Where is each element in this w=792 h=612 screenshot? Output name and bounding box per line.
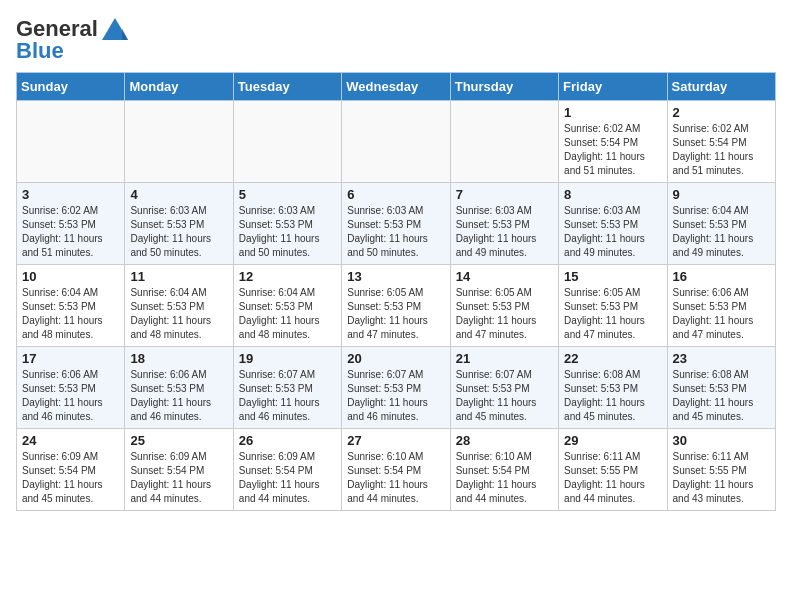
day-number: 12 <box>239 269 336 284</box>
calendar-cell: 4Sunrise: 6:03 AM Sunset: 5:53 PM Daylig… <box>125 183 233 265</box>
day-number: 23 <box>673 351 770 366</box>
day-number: 10 <box>22 269 119 284</box>
day-info: Sunrise: 6:03 AM Sunset: 5:53 PM Dayligh… <box>347 204 444 260</box>
calendar-cell: 28Sunrise: 6:10 AM Sunset: 5:54 PM Dayli… <box>450 429 558 511</box>
day-info: Sunrise: 6:10 AM Sunset: 5:54 PM Dayligh… <box>347 450 444 506</box>
day-info: Sunrise: 6:09 AM Sunset: 5:54 PM Dayligh… <box>22 450 119 506</box>
day-number: 6 <box>347 187 444 202</box>
day-number: 25 <box>130 433 227 448</box>
calendar-cell: 16Sunrise: 6:06 AM Sunset: 5:53 PM Dayli… <box>667 265 775 347</box>
weekday-thursday: Thursday <box>450 73 558 101</box>
calendar-cell: 5Sunrise: 6:03 AM Sunset: 5:53 PM Daylig… <box>233 183 341 265</box>
day-info: Sunrise: 6:03 AM Sunset: 5:53 PM Dayligh… <box>239 204 336 260</box>
calendar-cell: 7Sunrise: 6:03 AM Sunset: 5:53 PM Daylig… <box>450 183 558 265</box>
calendar-cell <box>450 101 558 183</box>
calendar-cell: 6Sunrise: 6:03 AM Sunset: 5:53 PM Daylig… <box>342 183 450 265</box>
day-number: 17 <box>22 351 119 366</box>
day-info: Sunrise: 6:08 AM Sunset: 5:53 PM Dayligh… <box>564 368 661 424</box>
day-number: 5 <box>239 187 336 202</box>
week-row-5: 24Sunrise: 6:09 AM Sunset: 5:54 PM Dayli… <box>17 429 776 511</box>
day-info: Sunrise: 6:03 AM Sunset: 5:53 PM Dayligh… <box>130 204 227 260</box>
calendar-cell: 19Sunrise: 6:07 AM Sunset: 5:53 PM Dayli… <box>233 347 341 429</box>
calendar-cell <box>125 101 233 183</box>
calendar-cell: 1Sunrise: 6:02 AM Sunset: 5:54 PM Daylig… <box>559 101 667 183</box>
day-number: 15 <box>564 269 661 284</box>
calendar-cell: 9Sunrise: 6:04 AM Sunset: 5:53 PM Daylig… <box>667 183 775 265</box>
calendar-cell: 8Sunrise: 6:03 AM Sunset: 5:53 PM Daylig… <box>559 183 667 265</box>
day-number: 2 <box>673 105 770 120</box>
day-number: 7 <box>456 187 553 202</box>
day-info: Sunrise: 6:02 AM Sunset: 5:54 PM Dayligh… <box>564 122 661 178</box>
logo-blue-text: Blue <box>16 38 64 64</box>
calendar-cell: 2Sunrise: 6:02 AM Sunset: 5:54 PM Daylig… <box>667 101 775 183</box>
day-number: 16 <box>673 269 770 284</box>
week-row-4: 17Sunrise: 6:06 AM Sunset: 5:53 PM Dayli… <box>17 347 776 429</box>
calendar-cell: 15Sunrise: 6:05 AM Sunset: 5:53 PM Dayli… <box>559 265 667 347</box>
calendar-cell: 27Sunrise: 6:10 AM Sunset: 5:54 PM Dayli… <box>342 429 450 511</box>
calendar-cell: 14Sunrise: 6:05 AM Sunset: 5:53 PM Dayli… <box>450 265 558 347</box>
day-info: Sunrise: 6:04 AM Sunset: 5:53 PM Dayligh… <box>673 204 770 260</box>
weekday-friday: Friday <box>559 73 667 101</box>
calendar-cell: 20Sunrise: 6:07 AM Sunset: 5:53 PM Dayli… <box>342 347 450 429</box>
weekday-saturday: Saturday <box>667 73 775 101</box>
day-number: 9 <box>673 187 770 202</box>
day-number: 28 <box>456 433 553 448</box>
calendar-cell <box>233 101 341 183</box>
day-info: Sunrise: 6:07 AM Sunset: 5:53 PM Dayligh… <box>239 368 336 424</box>
calendar-cell: 23Sunrise: 6:08 AM Sunset: 5:53 PM Dayli… <box>667 347 775 429</box>
week-row-1: 1Sunrise: 6:02 AM Sunset: 5:54 PM Daylig… <box>17 101 776 183</box>
calendar-cell: 11Sunrise: 6:04 AM Sunset: 5:53 PM Dayli… <box>125 265 233 347</box>
logo-icon <box>100 16 130 42</box>
day-info: Sunrise: 6:02 AM Sunset: 5:53 PM Dayligh… <box>22 204 119 260</box>
calendar-cell: 29Sunrise: 6:11 AM Sunset: 5:55 PM Dayli… <box>559 429 667 511</box>
day-number: 4 <box>130 187 227 202</box>
day-number: 14 <box>456 269 553 284</box>
day-info: Sunrise: 6:05 AM Sunset: 5:53 PM Dayligh… <box>564 286 661 342</box>
day-info: Sunrise: 6:07 AM Sunset: 5:53 PM Dayligh… <box>456 368 553 424</box>
day-info: Sunrise: 6:03 AM Sunset: 5:53 PM Dayligh… <box>456 204 553 260</box>
day-info: Sunrise: 6:09 AM Sunset: 5:54 PM Dayligh… <box>239 450 336 506</box>
day-number: 8 <box>564 187 661 202</box>
day-number: 20 <box>347 351 444 366</box>
weekday-wednesday: Wednesday <box>342 73 450 101</box>
day-info: Sunrise: 6:06 AM Sunset: 5:53 PM Dayligh… <box>130 368 227 424</box>
day-number: 19 <box>239 351 336 366</box>
day-info: Sunrise: 6:09 AM Sunset: 5:54 PM Dayligh… <box>130 450 227 506</box>
calendar-cell: 26Sunrise: 6:09 AM Sunset: 5:54 PM Dayli… <box>233 429 341 511</box>
page: General Blue SundayMondayTuesdayWednesda… <box>0 0 792 527</box>
day-info: Sunrise: 6:04 AM Sunset: 5:53 PM Dayligh… <box>22 286 119 342</box>
header: General Blue <box>16 16 776 64</box>
day-info: Sunrise: 6:08 AM Sunset: 5:53 PM Dayligh… <box>673 368 770 424</box>
weekday-sunday: Sunday <box>17 73 125 101</box>
calendar-cell: 12Sunrise: 6:04 AM Sunset: 5:53 PM Dayli… <box>233 265 341 347</box>
day-info: Sunrise: 6:02 AM Sunset: 5:54 PM Dayligh… <box>673 122 770 178</box>
day-number: 3 <box>22 187 119 202</box>
day-number: 18 <box>130 351 227 366</box>
calendar-cell: 18Sunrise: 6:06 AM Sunset: 5:53 PM Dayli… <box>125 347 233 429</box>
day-info: Sunrise: 6:05 AM Sunset: 5:53 PM Dayligh… <box>456 286 553 342</box>
day-info: Sunrise: 6:10 AM Sunset: 5:54 PM Dayligh… <box>456 450 553 506</box>
calendar: SundayMondayTuesdayWednesdayThursdayFrid… <box>16 72 776 511</box>
day-info: Sunrise: 6:07 AM Sunset: 5:53 PM Dayligh… <box>347 368 444 424</box>
calendar-cell: 22Sunrise: 6:08 AM Sunset: 5:53 PM Dayli… <box>559 347 667 429</box>
day-number: 21 <box>456 351 553 366</box>
calendar-cell: 24Sunrise: 6:09 AM Sunset: 5:54 PM Dayli… <box>17 429 125 511</box>
day-number: 30 <box>673 433 770 448</box>
day-info: Sunrise: 6:11 AM Sunset: 5:55 PM Dayligh… <box>564 450 661 506</box>
calendar-cell: 3Sunrise: 6:02 AM Sunset: 5:53 PM Daylig… <box>17 183 125 265</box>
calendar-cell: 10Sunrise: 6:04 AM Sunset: 5:53 PM Dayli… <box>17 265 125 347</box>
day-info: Sunrise: 6:06 AM Sunset: 5:53 PM Dayligh… <box>673 286 770 342</box>
day-info: Sunrise: 6:11 AM Sunset: 5:55 PM Dayligh… <box>673 450 770 506</box>
day-number: 29 <box>564 433 661 448</box>
weekday-tuesday: Tuesday <box>233 73 341 101</box>
day-number: 26 <box>239 433 336 448</box>
day-number: 11 <box>130 269 227 284</box>
calendar-cell <box>342 101 450 183</box>
day-number: 27 <box>347 433 444 448</box>
day-info: Sunrise: 6:06 AM Sunset: 5:53 PM Dayligh… <box>22 368 119 424</box>
logo: General Blue <box>16 16 130 64</box>
calendar-cell: 30Sunrise: 6:11 AM Sunset: 5:55 PM Dayli… <box>667 429 775 511</box>
day-number: 24 <box>22 433 119 448</box>
weekday-monday: Monday <box>125 73 233 101</box>
day-number: 22 <box>564 351 661 366</box>
